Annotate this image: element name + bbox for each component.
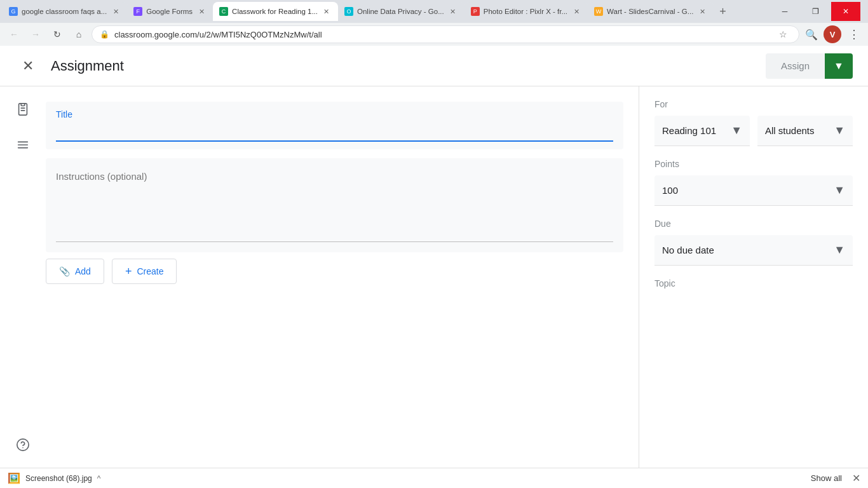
help-icon[interactable]: [10, 432, 36, 458]
browser-menu-button[interactable]: ⋮: [845, 25, 863, 43]
app-header: ✕ Assignment Assign ▼: [0, 46, 868, 86]
svg-point-6: [17, 439, 29, 451]
for-label: For: [654, 99, 853, 109]
close-assignment-button[interactable]: ✕: [15, 53, 41, 79]
bookmark-button[interactable]: ☆: [775, 26, 791, 43]
add-button[interactable]: 📎 Add: [46, 259, 104, 284]
class-value: Reading 101: [662, 125, 716, 136]
points-value: 100: [662, 185, 678, 196]
lock-icon: 🔒: [100, 30, 109, 39]
students-value: All students: [765, 125, 815, 136]
due-chevron-icon: ▼: [834, 243, 845, 257]
browser-tab-1[interactable]: G google classroom faqs a... ✕: [3, 2, 127, 21]
form-area: Title 📎 Add + Create: [46, 86, 639, 468]
browser-tab-3[interactable]: C Classwork for Reading 1... ✕: [213, 2, 338, 21]
due-value: No due date: [662, 245, 714, 255]
tab-favicon-2: F: [133, 7, 142, 16]
due-label: Due: [654, 219, 853, 229]
due-section: Due No due date ▼: [654, 219, 853, 266]
for-section: For Reading 101 ▼ All students ▼: [654, 99, 853, 146]
tab-close-2[interactable]: ✕: [196, 6, 207, 17]
menu-lines-icon[interactable]: [10, 132, 36, 158]
address-actions: ☆: [775, 26, 791, 43]
assign-button[interactable]: Assign: [766, 53, 825, 79]
students-chevron-icon: ▼: [834, 124, 845, 137]
window-controls: ─ ❐ ✕: [770, 2, 865, 21]
for-select-row: Reading 101 ▼ All students ▼: [654, 116, 853, 146]
reload-button[interactable]: ↻: [48, 25, 66, 43]
topic-label: Topic: [654, 278, 853, 288]
tab-close-6[interactable]: ✕: [697, 6, 707, 17]
tab-label-1: google classroom faqs a...: [22, 8, 107, 15]
app-container: ✕ Assignment Assign ▼: [0, 46, 868, 468]
address-text: classroom.google.com/u/2/w/MTI5NzQ0OTMzN…: [114, 30, 770, 39]
page-title: Assignment: [51, 58, 766, 74]
address-bar-row: ← → ↻ ⌂ 🔒 classroom.google.com/u/2/w/MTI…: [0, 23, 868, 46]
create-button[interactable]: + Create: [112, 259, 177, 284]
tab-close-1[interactable]: ✕: [111, 6, 121, 17]
svg-rect-0: [21, 104, 25, 106]
class-chevron-icon: ▼: [731, 124, 742, 137]
download-file-icon: 🖼️: [8, 472, 20, 484]
class-dropdown[interactable]: Reading 101 ▼: [654, 116, 750, 146]
tab-label-3: Classwork for Reading 1...: [232, 8, 318, 15]
show-all-button[interactable]: Show all: [806, 471, 847, 485]
title-input[interactable]: [56, 122, 613, 142]
back-button[interactable]: ←: [5, 25, 23, 43]
zoom-button[interactable]: 🔍: [803, 26, 820, 43]
title-label: Title: [56, 109, 613, 119]
points-section: Points 100 ▼: [654, 159, 853, 206]
create-icon: +: [125, 265, 132, 278]
points-dropdown[interactable]: 100 ▼: [654, 175, 853, 206]
tab-label-6: Wart - SlidesCarnival - G...: [607, 8, 693, 15]
tab-favicon-6: W: [594, 7, 603, 16]
tab-favicon-5: P: [471, 7, 480, 16]
download-filename: Screenshot (68).jpg: [25, 474, 92, 483]
assign-dropdown-button[interactable]: ▼: [825, 53, 853, 79]
points-label: Points: [654, 159, 853, 169]
points-chevron-icon: ▼: [834, 184, 845, 197]
tab-favicon-1: G: [9, 7, 18, 16]
due-dropdown[interactable]: No due date ▼: [654, 235, 853, 266]
add-label: Add: [75, 266, 91, 276]
browser-tab-6[interactable]: W Wart - SlidesCarnival - G... ✕: [588, 2, 714, 21]
assign-dropdown-icon: ▼: [834, 60, 844, 72]
left-sidebar: [0, 86, 46, 468]
tab-label-4: Online Data Privacy - Go...: [357, 8, 444, 15]
create-label: Create: [137, 266, 163, 276]
title-field-container: Title: [46, 102, 623, 149]
tab-label-2: Google Forms: [146, 8, 193, 15]
forward-button[interactable]: →: [27, 25, 44, 43]
home-button[interactable]: ⌂: [70, 25, 88, 43]
download-caret-button[interactable]: ^: [97, 474, 101, 483]
tab-label-5: Photo Editor : Pixlr X - fr...: [484, 8, 567, 15]
students-dropdown[interactable]: All students ▼: [757, 116, 853, 146]
new-tab-button[interactable]: +: [714, 3, 731, 20]
close-window-button[interactable]: ✕: [831, 2, 860, 21]
tab-favicon-3: C: [219, 7, 228, 16]
instructions-field-container: [46, 158, 623, 252]
browser-tab-2[interactable]: F Google Forms ✕: [127, 2, 213, 21]
action-buttons: 📎 Add + Create: [46, 259, 623, 284]
topic-section: Topic: [654, 278, 853, 288]
tab-close-3[interactable]: ✕: [322, 6, 332, 17]
instructions-textarea[interactable]: [56, 166, 613, 242]
browser-tab-4[interactable]: O Online Data Privacy - Go... ✕: [338, 2, 465, 21]
add-icon: 📎: [59, 266, 70, 276]
download-close-button[interactable]: ✕: [852, 472, 860, 484]
address-bar[interactable]: 🔒 classroom.google.com/u/2/w/MTI5NzQ0OTM…: [92, 25, 799, 43]
content-area: Title 📎 Add + Create: [0, 86, 868, 468]
download-bar: 🖼️ Screenshot (68).jpg ^ Show all ✕: [0, 468, 868, 488]
right-panel: For Reading 101 ▼ All students ▼ Points …: [639, 86, 868, 468]
minimize-button[interactable]: ─: [770, 2, 799, 21]
tab-favicon-4: O: [344, 7, 353, 16]
clipboard-icon[interactable]: [10, 97, 36, 122]
profile-avatar[interactable]: V: [824, 25, 841, 43]
browser-tab-5[interactable]: P Photo Editor : Pixlr X - fr... ✕: [465, 2, 588, 21]
maximize-button[interactable]: ❐: [801, 2, 830, 21]
tab-close-4[interactable]: ✕: [448, 6, 458, 17]
tab-close-5[interactable]: ✕: [571, 6, 581, 17]
